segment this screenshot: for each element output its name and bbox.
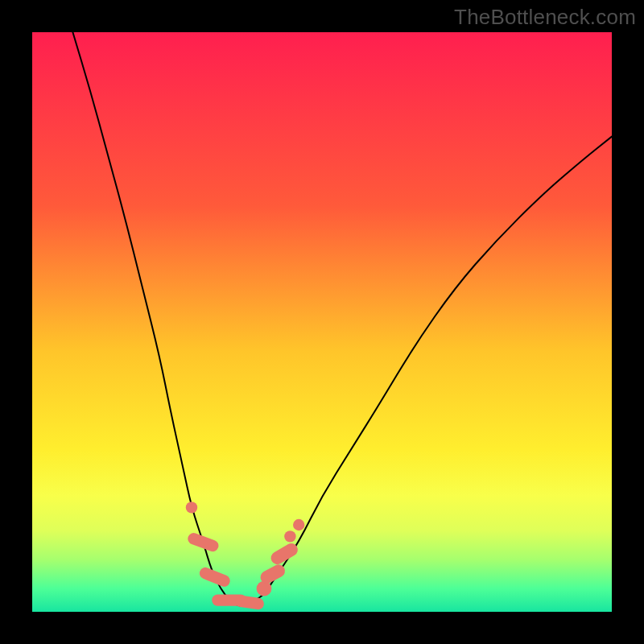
marker-dot [186,502,197,513]
marker-dot [257,581,272,597]
marker-dot [284,530,295,542]
marker-dot [293,519,304,530]
chart-background [32,32,612,612]
watermark-text: TheBottleneck.com [454,5,636,30]
chart-svg [32,32,612,612]
chart-frame: TheBottleneck.com [0,0,644,644]
plot-area [32,32,612,612]
